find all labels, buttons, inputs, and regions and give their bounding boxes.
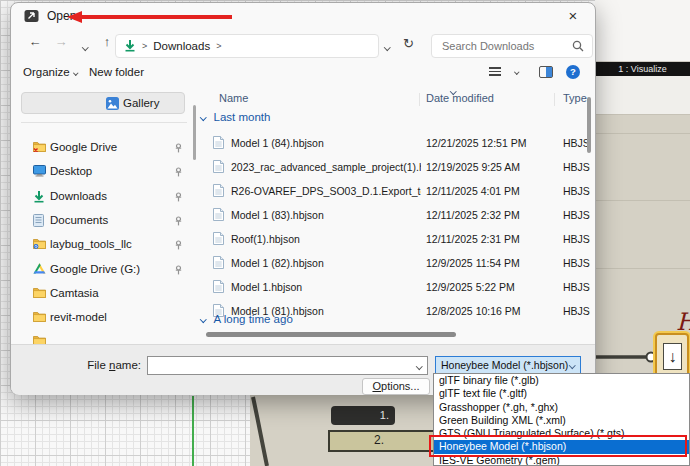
breadcrumb-location[interactable]: Downloads [153, 40, 210, 52]
gh-panel-2[interactable]: 2. [328, 430, 435, 452]
file-name-combobox[interactable] [147, 356, 428, 375]
sidebar-item-revit-model[interactable]: revit-model [21, 306, 185, 330]
file-name-input[interactable] [151, 358, 409, 373]
chevron-down-icon [73, 70, 78, 75]
group-header-label: Last month [214, 111, 271, 123]
sidebar-item-documents[interactable]: Documents [21, 209, 185, 233]
file-name: Model 1.hbjson [231, 281, 421, 293]
back-button[interactable]: ← [25, 34, 45, 49]
address-dropdown-chevron[interactable] [385, 41, 390, 53]
horizontal-scrollbar[interactable] [206, 332, 456, 337]
sidebar-item-downloads[interactable]: Downloads [21, 185, 185, 209]
search-icon [572, 40, 584, 54]
dialog-titlebar[interactable]: Open × [11, 3, 595, 29]
downloads-icon [124, 39, 136, 54]
sidebar-item-google-drive-g[interactable]: Google Drive (G:) [21, 258, 185, 282]
file-type-value: Honeybee Model (*.hbjson) [441, 359, 568, 371]
file-row[interactable]: Model 1 (83).hbjson12/11/2025 2:32 PMHBJ… [197, 205, 597, 227]
sidebar-item-gallery[interactable]: Gallery [21, 92, 185, 114]
file-type-option[interactable]: glTF text file (*.gltf) [434, 387, 689, 400]
folder-sync-icon [33, 238, 46, 251]
group-header-last-month[interactable]: Last month [197, 111, 270, 129]
file-type: HBJSO [563, 209, 590, 221]
file-list: Last monthModel 1 (84).hbjson12/21/2025 … [197, 109, 597, 341]
folder-x-icon [33, 141, 46, 154]
gh-panel-1-text: 1. [380, 409, 389, 421]
chevron-down-icon[interactable] [416, 363, 422, 369]
gh-canvas-margin [595, 76, 690, 115]
file-date-modified: 12/19/2025 9:25 AM [426, 161, 536, 173]
sidebar-separator [21, 122, 187, 123]
sidebar-item-camtasia[interactable]: Camtasia [21, 282, 185, 306]
file-date-modified: 12/11/2025 2:32 PM [426, 209, 536, 221]
download-icon [33, 190, 45, 205]
gh-panel-1[interactable]: 1. [331, 406, 395, 425]
annotation-rectangle [429, 435, 687, 457]
handwritten-note: H [676, 308, 690, 336]
address-bar[interactable]: > Downloads > [115, 34, 379, 58]
file-name: Model 1 (84).hbjson [231, 137, 421, 149]
file-type: HBJSO [563, 257, 590, 269]
viewport-axis-line [192, 396, 194, 466]
recent-locations-chevron[interactable] [75, 39, 95, 54]
pin-icon [174, 143, 183, 155]
view-options: ? [489, 65, 501, 80]
group-header-a-long-time-ago[interactable]: A long time ago [197, 313, 293, 331]
file-name: Model 1 (83).hbjson [231, 209, 421, 221]
column-divider[interactable] [419, 93, 420, 106]
group-header-label: A long time ago [214, 313, 293, 325]
help-icon[interactable]: ? [566, 65, 580, 79]
file-date-modified: 12/9/2025 5:22 PM [426, 281, 536, 293]
desktop-icon [33, 165, 46, 179]
pin-icon [174, 216, 183, 228]
file-type-option[interactable]: glTF binary file (*.glb) [434, 374, 689, 387]
open-dialog: Open × ← → ↑ > Downloads > ↻ [10, 2, 596, 395]
file-name: 2023_rac_advanced_sample_project(1).hbjs… [231, 161, 421, 173]
file-row[interactable]: Roof(1).hbjson12/11/2025 2:31 PMHBJSO [197, 229, 597, 251]
view-mode-chevron[interactable] [514, 69, 519, 74]
file-row[interactable]: Model 1 (84).hbjson12/21/2025 12:51 PMHB… [197, 133, 597, 155]
view-mode-icon[interactable] [489, 65, 501, 78]
column-header-name[interactable]: Name [219, 92, 248, 104]
search-input[interactable] [440, 36, 570, 56]
sidebar-item-laybug-tools-llc[interactable]: laybug_tools_llc [21, 233, 185, 257]
gh-download-component[interactable]: ↓ [655, 333, 689, 377]
search-box[interactable] [431, 34, 593, 58]
hbjson-file-icon [213, 280, 224, 295]
column-header-date-modified[interactable]: Date modified [426, 92, 494, 104]
sidebar-item-desktop[interactable]: Desktop [21, 160, 185, 184]
open-dialog-icon [24, 9, 39, 25]
file-row[interactable]: 2023_rac_advanced_sample_project(1).hbjs… [197, 157, 597, 179]
preview-pane-icon[interactable] [539, 66, 553, 78]
file-list-scrollbar[interactable] [587, 97, 591, 153]
hbjson-file-icon [213, 184, 224, 199]
navigation-pane: GalleryGoogle DriveDesktopDownloadsDocum… [15, 89, 197, 346]
sidebar-item-label: Google Drive (G:) [50, 263, 140, 275]
gallery-icon [106, 97, 119, 112]
forward-button[interactable]: → [51, 34, 71, 49]
new-folder-button[interactable]: New folder [89, 66, 144, 78]
sidebar-item-label: revit-model [50, 311, 107, 323]
breadcrumb-separator[interactable]: > [216, 41, 221, 51]
file-type-option[interactable]: Grasshopper (*.gh, *.ghx) [434, 401, 689, 414]
column-header-type[interactable]: Type [563, 92, 587, 104]
sidebar-scrollbar[interactable] [193, 105, 196, 160]
sidebar-item-label: Documents [50, 214, 108, 226]
refresh-icon[interactable]: ↻ [403, 36, 414, 51]
gdrive-icon [33, 263, 46, 277]
close-icon[interactable]: × [561, 5, 585, 27]
up-button[interactable]: ↑ [97, 34, 117, 49]
organize-button[interactable]: Organize [23, 66, 77, 78]
file-row[interactable]: Model 1.hbjson12/9/2025 5:22 PMHBJSO [197, 277, 597, 299]
file-row[interactable]: Model 1 (82).hbjson12/9/2025 11:54 PMHBJ… [197, 253, 597, 275]
column-divider[interactable] [554, 93, 555, 106]
sidebar-item-google-drive[interactable]: Google Drive [21, 136, 185, 160]
file-row[interactable]: R26-OVAREF_DPS_SO03_D.1.Export_to_HBJSO.… [197, 181, 597, 203]
pin-icon [174, 265, 183, 277]
chevron-down-icon [200, 114, 206, 120]
file-type-option[interactable]: Green Building XML (*.xml) [434, 414, 689, 427]
file-date-modified: 12/8/2025 10:16 PM [426, 305, 536, 317]
gh-canvas-tab[interactable]: 1 : Visualize [595, 62, 690, 76]
options-button[interactable]: Options... [362, 378, 430, 395]
pin-icon [174, 240, 183, 252]
